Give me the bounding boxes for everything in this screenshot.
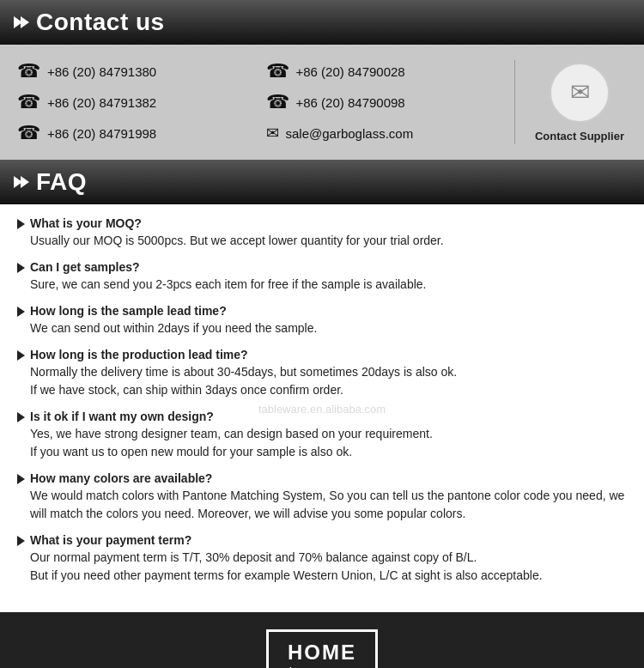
faq-header: FAQ <box>0 160 644 204</box>
faq-triangle-4 <box>17 350 25 361</box>
faq-item-1: What is your MOQ? Usually our MOQ is 500… <box>17 216 627 250</box>
faq-triangle-5 <box>17 412 25 422</box>
faq-answer-1: Usually our MOQ is 5000pcs. But we accep… <box>30 232 627 250</box>
contact-email-item: ✉ sale@garboglass.com <box>266 124 498 143</box>
contact-item-3: ☎ +86 (20) 84791382 <box>17 91 249 113</box>
faq-item-3: How long is the sample lead time? We can… <box>17 304 627 337</box>
contact-divider <box>514 60 515 144</box>
phone-number-2: +86 (20) 84790028 <box>296 64 405 79</box>
email-circle: ✉ <box>550 63 610 123</box>
phone-icon-1: ☎ <box>17 60 40 82</box>
faq-question-6: How many colors are available? <box>17 471 627 485</box>
faq-triangle-7 <box>17 536 25 546</box>
faq-section: tableware.en.alibaba.com What is your MO… <box>0 204 644 612</box>
faq-title: FAQ <box>36 168 87 196</box>
email-envelope-icon: ✉ <box>570 78 590 106</box>
contact-header-arrows <box>14 16 29 28</box>
faq-answer-6: We would match colors with Pantone Match… <box>30 487 627 523</box>
faq-answer-3: We can send out within 2days if you need… <box>30 319 627 337</box>
contact-section: ☎ +86 (20) 84791380 ☎ +86 (20) 84790028 … <box>0 45 644 160</box>
faq-item-5: Is it ok if I want my own design? Yes, w… <box>17 410 627 461</box>
phone-number-1: +86 (20) 84791380 <box>47 64 156 79</box>
faq-question-1: What is your MOQ? <box>17 216 627 230</box>
faq-item-2: Can I get samples? Sure, we can send you… <box>17 260 627 294</box>
contact-item-4: ☎ +86 (20) 84790098 <box>266 91 498 113</box>
phone-icon-2: ☎ <box>266 60 289 82</box>
email-icon-small: ✉ <box>266 124 279 143</box>
phone-icon-5: ☎ <box>17 122 40 144</box>
faq-header-arrows <box>14 176 29 188</box>
faq-question-7: What is your payment term? <box>17 533 627 547</box>
contact-item-1: ☎ +86 (20) 84791380 <box>17 60 249 82</box>
footer: HOME Learn more <box>0 612 644 668</box>
faq-triangle-2 <box>17 263 25 273</box>
contact-item-2: ☎ +86 (20) 84790028 <box>266 60 498 82</box>
contact-item-5: ☎ +86 (20) 84791998 <box>17 122 249 144</box>
faq-item-6: How many colors are available? We would … <box>17 471 627 523</box>
contact-phones: ☎ +86 (20) 84791380 ☎ +86 (20) 84790028 … <box>17 60 497 144</box>
faq-answer-5: Yes, we have strong designer team, can d… <box>30 425 627 461</box>
phone-number-3: +86 (20) 84791382 <box>47 95 156 110</box>
learn-more-label: Learn more <box>288 665 356 668</box>
faq-question-3: How long is the sample lead time? <box>17 304 627 318</box>
faq-item-4: How long is the production lead time? No… <box>17 348 627 399</box>
faq-item-7: What is your payment term? Our normal pa… <box>17 533 627 585</box>
phone-icon-3: ☎ <box>17 91 40 113</box>
contact-email: sale@garboglass.com <box>286 126 414 141</box>
contact-header: Contact us <box>0 0 644 45</box>
faq-answer-7: Our normal payment term is T/T, 30% depo… <box>30 549 627 585</box>
faq-question-4: How long is the production lead time? <box>17 348 627 361</box>
faq-question-2: Can I get samples? <box>17 260 627 274</box>
contact-supplier-label: Contact Supplier <box>535 130 624 143</box>
faq-question-5: Is it ok if I want my own design? <box>17 410 627 423</box>
faq-triangle-6 <box>17 474 25 484</box>
faq-answer-2: Sure, we can send you 2-3pcs each item f… <box>30 276 627 294</box>
home-label: HOME <box>288 641 356 665</box>
home-box[interactable]: HOME Learn more <box>266 629 378 668</box>
phone-number-5: +86 (20) 84791998 <box>47 126 156 141</box>
faq-answer-4: Normally the delivery time is about 30-4… <box>30 363 627 399</box>
contact-title: Contact us <box>36 9 165 36</box>
phone-number-4: +86 (20) 84790098 <box>296 95 405 110</box>
faq-triangle-1 <box>17 219 25 229</box>
phone-icon-4: ☎ <box>266 91 289 113</box>
contact-supplier-box[interactable]: ✉ Contact Supplier <box>532 60 627 144</box>
faq-triangle-3 <box>17 307 25 317</box>
